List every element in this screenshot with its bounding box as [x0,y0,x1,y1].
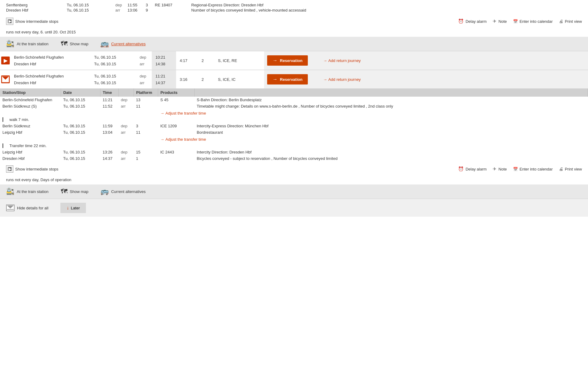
train-station-action-1[interactable]: 🚉 At the train station [6,40,49,48]
detail-time: 11:21 [100,97,118,103]
add-return-label-2: Add return journey [328,77,361,82]
print-icon-1: 🖨 [559,19,563,24]
adjust-link[interactable]: Adjust the transfer time [160,111,586,115]
note-1[interactable]: ✈ Note [493,19,507,24]
col-header-dep [118,88,134,97]
detail-table-body: Berlin-Schönefeld Flughafen Tu, 06.10.15… [0,97,588,162]
detail-platform: 1 [134,155,158,162]
current-alternatives-action-2[interactable]: 🚌 Current alternatives [100,188,145,195]
bottom-bar: Hide details for all ↓ Later [0,198,588,217]
detail-date: Tu, 06.10.15 [61,149,100,155]
col-header-time: Time [100,88,118,97]
note-2[interactable]: ✈ Note [493,166,507,172]
show-map-action-1[interactable]: 🗺 Show map [61,40,88,48]
reservation-btn-1[interactable]: → Reservation [267,55,308,66]
svg-marker-9 [7,205,14,208]
note-icon-2: ✈ [493,166,497,172]
detail-dep: arr [118,103,134,109]
hide-details-icon [6,205,15,211]
walk-label: walk 7 min. [2,117,586,122]
detail-adjust-row: Adjust the transfer time [0,109,588,116]
prev-desc-1: Regional-Express Direction: Dresden Hbf [191,2,582,8]
col-header-platform: Platform [134,88,158,97]
show-intermediate-icon-1: ▶ [6,18,13,25]
show-map-label-1: Show map [70,42,88,46]
train-station-label-1: At the train station [17,42,49,46]
toolbar-row-2: ▶ Show intermediate stops ⏰ Delay alarm … [0,162,588,176]
detail-dep: arr [118,155,134,162]
journey-times-2: 11:21 14:37 [152,70,176,88]
detail-station-row: Leipzig Hbf Tu, 06.10.15 13:04 arr 11 Bo… [0,129,588,136]
journey-arr-label-1: arr [140,62,151,66]
note-label-2: Note [498,167,507,171]
detail-product: ICE 1209 [158,123,194,129]
detail-date: Tu, 06.10.15 [61,103,100,109]
journey-actions-2: → Reservation → Add return journey [264,70,588,88]
prev-dep-2: arr [115,8,127,13]
action-bar-2: 🚉 At the train station 🗺 Show map 🚌 Curr… [0,184,588,198]
detail-time: 13:26 [100,149,118,155]
journey-from-date-1: Tu, 06.10.15 [94,55,137,60]
detail-station-row: Dresden Hbf Tu, 06.10.15 14:37 arr 1 Bic… [0,155,588,162]
journey-products-text-2: S, ICE, IC [218,77,236,82]
journey-icon-col-1: ▶ [0,51,11,70]
add-return-label-1: Add return journey [328,58,361,63]
journey-dates-1: Tu, 06.10.15 Tu, 06.10.15 [93,51,138,70]
current-alternatives-action-1[interactable]: 🚌 Current alternatives [100,40,145,48]
action-bar-1: 🚉 At the train station 🗺 Show map 🚌 Curr… [0,37,588,51]
prev-station-2: Dresden Hbf [6,8,67,13]
detail-station: Leipzig Hbf [0,129,61,136]
reservation-btn-2[interactable]: → Reservation [267,74,308,84]
notice-row-1: runs not every day, 6. until 20. Oct 201… [0,29,588,37]
journey-duration-text-1: 4:17 [180,58,187,63]
train-station-action-2[interactable]: 🚉 At the train station [6,188,49,195]
delay-alarm-1[interactable]: ⏰ Delay alarm [458,19,487,24]
expand-icon-1: ▶ [7,19,12,24]
detail-desc: Timetable might change: Details on www.s… [194,103,588,109]
detail-dep: arr [118,129,134,136]
note-icon-1: ✈ [493,19,497,24]
later-button[interactable]: ↓ Later [60,203,86,213]
show-map-label-2: Show map [70,189,88,194]
hide-details-btn[interactable]: Hide details for all [6,205,48,211]
journey-products-1: S, ICE, RE [216,51,264,70]
add-return-1[interactable]: → Add return journey [323,58,361,63]
detail-desc: S-Bahn Direction: Berlin Bundesplatz [194,97,588,103]
journey-summary-1: ▶ Berlin-Schönefeld Flughafen Dresden Hb… [0,51,588,70]
delay-alarm-2[interactable]: ⏰ Delay alarm [458,166,487,172]
prev-time-2: 13:06 [127,8,146,13]
print-view-1[interactable]: 🖨 Print view [559,19,582,24]
detail-station: Berlin Südkreuz (S) [0,103,61,109]
alarm-icon-1: ⏰ [458,19,464,24]
detail-station-row: Berlin Südkreuz Tu, 06.10.15 11:59 dep 3… [0,123,588,129]
detail-desc: Bicycles conveyed - subject to reservati… [194,155,588,162]
enter-calendar-1[interactable]: 📅 Enter into calendar [513,19,553,24]
detail-walk-row: walk 7 min. [0,116,588,123]
journey-duration-1: 4:17 [176,51,200,70]
adjust-link[interactable]: Adjust the transfer time [160,137,586,142]
show-intermediate-stops-1[interactable]: ▶ Show intermediate stops [6,16,58,27]
enter-calendar-2[interactable]: 📅 Enter into calendar [513,167,553,171]
alternatives-icon-1: 🚌 [100,40,109,48]
journey-from-station-1: Berlin-Schönefeld Flughafen [14,55,90,60]
add-return-2[interactable]: → Add return journey [323,77,361,82]
print-view-2[interactable]: 🖨 Print view [559,167,582,171]
show-intermediate-label-1: Show intermediate stops [15,19,58,24]
show-intermediate-stops-2[interactable]: ▶ Show intermediate stops [6,164,58,174]
journey-products-text-1: S, ICE, RE [218,58,237,63]
detail-desc: Intercity Direction: Dresden Hbf [194,149,588,155]
journey-times-1: 10:21 14:38 [152,51,176,70]
show-map-action-2[interactable]: 🗺 Show map [61,188,88,195]
detail-time: 13:04 [100,129,118,136]
train-station-icon-1: 🚉 [6,40,14,48]
detail-time: 11:52 [100,103,118,109]
notice-text-1: runs not every day, 6. until 20. Oct 201… [6,30,76,34]
later-arrow-icon: ↓ [66,205,69,211]
current-alternatives-label-2: Current alternatives [111,189,145,194]
print-label-2: Print view [565,167,582,171]
add-return-arrow-2: → [323,77,327,82]
prev-time-1: 11:55 [127,2,146,8]
reservation-label-1: Reservation [280,58,302,63]
journey-row-1: ▶ Berlin-Schönefeld Flughafen Dresden Hb… [0,51,588,70]
prev-journey-row-2: Dresden Hbf Tu, 06.10.15 arr 13:06 9 Num… [6,8,582,13]
